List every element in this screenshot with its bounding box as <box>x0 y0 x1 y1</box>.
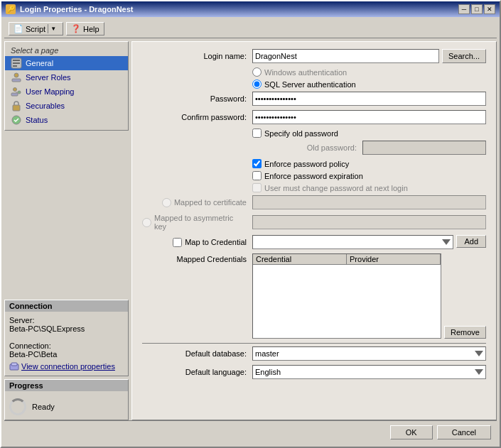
map-credential-label: Map to Credential <box>185 238 247 246</box>
sidebar-item-status-label: Status <box>26 116 48 124</box>
sidebar-item-user-mapping-label: User Mapping <box>26 87 74 96</box>
script-button[interactable]: 📄 Script ▼ <box>9 22 63 35</box>
credential-table: Credential Provider <box>252 253 441 339</box>
must-change-checkbox[interactable] <box>252 183 262 192</box>
sidebar-item-general-label: General <box>26 59 53 67</box>
connection-link-icon <box>9 361 19 371</box>
credential-col-header: Credential <box>253 254 347 264</box>
help-icon: ❓ <box>71 24 81 33</box>
help-button[interactable]: ❓ Help <box>66 22 104 35</box>
sidebar-item-general[interactable]: General <box>5 56 128 70</box>
nav-section: Select a page General Server Roles User … <box>4 41 129 131</box>
toolbar: 📄 Script ▼ ❓ Help <box>4 20 497 38</box>
add-credential-button[interactable]: Add <box>456 235 486 248</box>
default-language-select[interactable]: English <box>252 365 486 379</box>
enforce-expiration-row: Enforce password expiration <box>252 171 486 180</box>
sidebar-item-server-roles-label: Server Roles <box>26 73 71 82</box>
map-credential-select[interactable] <box>252 235 453 249</box>
mapped-cert-select[interactable] <box>252 195 486 209</box>
search-button[interactable]: Search... <box>442 49 486 63</box>
old-password-input[interactable] <box>362 141 486 155</box>
maximize-button[interactable]: □ <box>471 4 483 14</box>
svg-point-6 <box>14 88 17 92</box>
connection-info: Server: Beta-PC\SQLExpress Connection: B… <box>5 312 128 376</box>
view-connection-link[interactable]: View connection properties <box>9 361 124 371</box>
map-credential-checkbox[interactable] <box>173 238 182 247</box>
default-language-label: Default language: <box>142 368 252 376</box>
windows-auth-label: Windows authentication <box>264 68 347 77</box>
login-name-input[interactable]: DragonNest <box>252 49 439 63</box>
sql-auth-radio[interactable] <box>252 80 262 89</box>
mapped-asym-select[interactable] <box>252 215 486 229</box>
mapped-asym-label: Mapped to asymmetric key <box>154 214 247 231</box>
specify-old-password-checkbox[interactable] <box>252 129 262 138</box>
default-database-row: Default database: master <box>142 346 486 361</box>
sql-auth-row: SQL Server authentication <box>252 80 486 89</box>
progress-info: Ready <box>5 391 128 420</box>
mapped-cert-label: Mapped to certificate <box>174 198 247 207</box>
close-button[interactable]: ✕ <box>484 4 495 14</box>
password-input[interactable] <box>252 92 486 106</box>
connection-label: Connection: Beta-PC\Beta <box>9 342 124 359</box>
sidebar-item-user-mapping[interactable]: User Mapping <box>5 84 128 99</box>
mapped-asym-radio[interactable] <box>142 218 151 227</box>
svg-rect-3 <box>13 65 17 67</box>
progress-section: Progress Ready <box>4 379 129 420</box>
connection-section: Connection Server: Beta-PC\SQLExpress Co… <box>4 300 129 376</box>
progress-header: Progress <box>5 380 128 391</box>
windows-auth-radio[interactable] <box>252 67 262 77</box>
confirm-password-input[interactable] <box>252 110 486 124</box>
sidebar-item-securables[interactable]: Securables <box>5 99 128 113</box>
must-change-label: User must change password at next login <box>264 184 408 192</box>
enforce-expiration-checkbox[interactable] <box>252 171 262 180</box>
remove-button[interactable]: Remove <box>444 326 486 339</box>
sidebar-item-status[interactable]: Status <box>5 113 128 127</box>
server-roles-icon <box>11 72 22 83</box>
title-bar: 🔑 Login Properties - DragonNest ─ □ ✕ <box>1 1 500 17</box>
enforce-policy-label: Enforce password policy <box>264 160 349 168</box>
left-panel: Select a page General Server Roles User … <box>4 41 129 420</box>
server-label-text: Server: <box>9 316 34 324</box>
window-title: Login Properties - DragonNest <box>20 5 134 13</box>
svg-rect-7 <box>11 93 18 96</box>
status-icon <box>11 114 22 126</box>
mapped-asym-row: Mapped to asymmetric key <box>142 214 486 231</box>
password-row: Password: <box>142 92 486 106</box>
server-label: Server: Beta-PC\SQLExpress <box>9 316 124 333</box>
script-label: Script <box>26 25 45 33</box>
title-buttons: ─ □ ✕ <box>458 4 495 14</box>
ok-button[interactable]: OK <box>390 425 433 439</box>
mapped-cert-radio[interactable] <box>162 198 171 207</box>
connection-value: Beta-PC\Beta <box>9 350 57 359</box>
specify-old-password-row: Specify old password <box>252 129 486 138</box>
divider <box>142 343 486 344</box>
user-mapping-icon <box>11 86 22 97</box>
must-change-row: User must change password at next login <box>252 183 486 192</box>
script-dropdown[interactable]: 📄 Script ▼ <box>9 22 63 35</box>
svg-rect-2 <box>13 62 20 64</box>
sidebar-item-server-roles[interactable]: Server Roles <box>5 70 128 84</box>
credential-area: Credential Provider Remove <box>252 253 486 339</box>
script-dropdown-arrow: ▼ <box>48 24 58 33</box>
credential-rows <box>253 265 441 332</box>
nav-select-label: Select a page <box>5 45 128 56</box>
help-label: Help <box>83 25 99 33</box>
svg-rect-1 <box>13 60 20 61</box>
enforce-expiration-label: Enforce password expiration <box>264 172 363 180</box>
enforce-policy-row: Enforce password policy <box>252 159 486 168</box>
script-icon: 📄 <box>14 24 23 33</box>
svg-point-4 <box>14 73 18 77</box>
confirm-password-row: Confirm password: <box>142 110 486 124</box>
bottom-bar: OK Cancel <box>4 420 497 444</box>
enforce-policy-checkbox[interactable] <box>252 159 262 168</box>
progress-content: Ready <box>9 398 124 415</box>
minimize-button[interactable]: ─ <box>458 4 470 14</box>
spinner-icon <box>9 398 26 415</box>
app-icon: 🔑 <box>6 4 16 14</box>
default-database-select[interactable]: master <box>252 346 486 361</box>
login-name-group: DragonNest Search... <box>252 49 486 63</box>
default-language-row: Default language: English <box>142 365 486 379</box>
specify-old-password-label: Specify old password <box>264 129 338 138</box>
cancel-button[interactable]: Cancel <box>437 425 491 439</box>
mapped-credentials-row: Mapped Credentials Credential Provider R… <box>142 253 486 339</box>
